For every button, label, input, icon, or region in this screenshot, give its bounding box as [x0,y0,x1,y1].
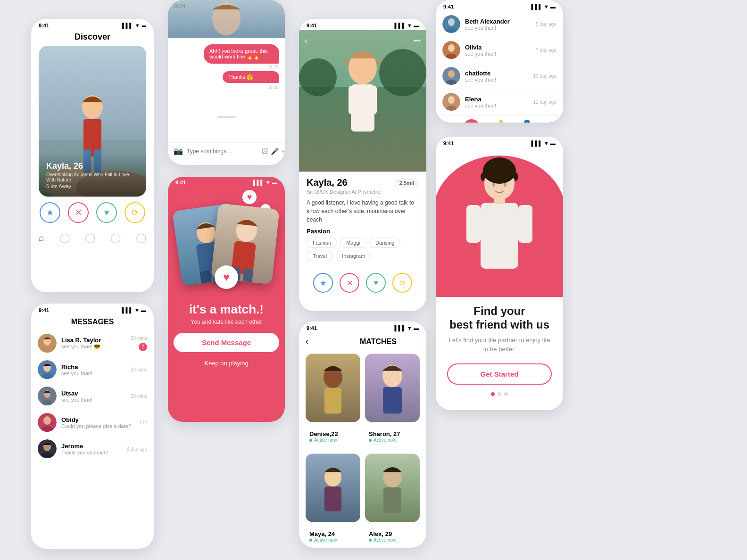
mic-icon[interactable]: 🎤 [271,148,279,155]
profile-detail-photo: ‹ ••• [299,30,426,172]
content-utsav: Utsav see you than! [61,390,126,403]
onboard-person-svg [452,151,547,297]
content-elena: Elena see you than! [465,96,529,108]
time-olivia: 7 day ago [536,48,556,53]
message-item-utsav[interactable]: Utsav see you than! 23 mins [31,383,154,409]
back-button-matches[interactable]: ‹ [306,337,308,346]
avatar-utsav [38,387,57,405]
nav-profile[interactable]: ◯ [110,232,121,243]
time-discover: 9:41 [39,23,49,28]
time-msglist: 9:41 [443,4,454,9]
time-lisa: 23 mins [131,336,147,341]
svg-point-73 [492,183,495,187]
passion-tags: Fashion Maggi Dansing Travel Instagram [307,238,419,261]
back-button-profile[interactable]: ‹ [305,36,307,46]
send-message-button[interactable]: Send Message [174,333,279,352]
avatar-richa [38,360,57,379]
chat-header-photo: 16:24 [168,0,285,38]
msglist-beth[interactable]: Beth Alexander see you than! 5 day ago [436,11,563,37]
status-bar-msglist: 9:41 ▌▌▌ ▼ ▬ [436,0,563,11]
boost-button[interactable]: ⟳ [124,202,145,223]
keep-playing-label[interactable]: Keep on playing [168,360,285,367]
phone-onboarding: 9:41 ▌▌▌ ▼ ▬ [436,137,563,410]
preview-chatlotte: see you than! [465,77,529,82]
status-bar-match: 9:41 ▌▌▌ ▼ ▬ [168,177,285,185]
chat-action-icons: 🖼 🎤 + [261,148,285,155]
match-item-p3[interactable]: Maya, 24 Active now [306,450,360,545]
msglist-elena[interactable]: Elena see you than! 11 day ago [436,89,563,115]
get-started-button[interactable]: Get Started [447,363,552,385]
nav-settings-msglist[interactable]: ⚙ [548,119,556,123]
time-jerome: 3 day ago [126,446,147,452]
onboard-photo-area [436,137,563,297]
time-obidy: 1 hr [139,420,147,425]
profile-info-section: Kayla, 26 2.5mil Sr. UI/UX Designer At P… [299,172,426,269]
profile-overlay: Kayla, 26 Overthinking Aquarius Who Fall… [39,154,146,197]
match-title: it's a match.! [168,302,285,317]
time-onboard: 9:41 [443,140,454,146]
image-icon[interactable]: 🖼 [261,148,268,155]
profile-name: Kayla, 26 [46,161,139,171]
message-item-jerome[interactable]: Jerome Thank you so much! 3 day ago [31,436,154,462]
avatar-beth [442,15,460,33]
match-item-denise[interactable]: Denise,22 Active now [306,350,360,445]
avatar-obidy [38,413,57,432]
like-button[interactable]: ♥ [96,202,117,223]
name-richa: Richa [61,363,126,371]
avatar-lisa [38,334,57,353]
svg-rect-26 [370,86,377,114]
onboard-content: Find your best friend with us Let's find… [436,297,563,404]
name-utsav: Utsav [61,390,126,397]
phone-msglist: 9:41 ▌▌▌ ▼ ▬ Beth Alexander see you than… [436,0,563,123]
match-item-sharon[interactable]: Sharon, 27 Active now [365,350,420,445]
svg-point-74 [504,183,506,187]
avatar-chatlotte [442,67,460,85]
nav-heart-msglist[interactable]: ♥ [463,119,480,123]
profile-photo-svg [299,30,426,172]
tag-instagram: Instagram [336,251,371,261]
nav-chat[interactable]: ◯ [59,232,70,243]
tag-travel: Travel [307,251,333,261]
message-item-obidy[interactable]: Obidy Could you please give a date? 1 hr [31,409,154,436]
onboard-title: Find your best friend with us [447,305,552,332]
name-lisa: Lisa R. Taylor [61,337,126,344]
nav-bell[interactable]: ◯ [85,232,95,243]
dislike-button[interactable]: ✕ [68,202,89,223]
add-icon[interactable]: + [282,148,285,155]
nav-person-msglist[interactable]: 👤 [521,119,533,123]
profile-star-button[interactable]: ★ [313,273,333,293]
denise-photo [306,350,360,426]
msglist-olivia[interactable]: Olivia see you than! 7 day ago [436,37,563,63]
msglist-chatlotte[interactable]: chatlotte see you than! 10 day ago [436,63,563,89]
profile-distance: 6 km Away [46,183,139,189]
time-chatlotte: 10 day ago [533,74,557,79]
phone-profile: 9:41 ▌▌▌ ▼ ▬ [299,19,426,311]
profile-dislike-button[interactable]: ✕ [340,273,359,293]
chat-input[interactable] [187,148,257,155]
message-item-richa[interactable]: Richa see you than! 23 mins [31,356,154,383]
camera-icon[interactable]: 📷 [174,147,183,156]
match-item-p4[interactable]: Alex, 29 Active now [365,450,420,545]
star-button[interactable]: ★ [40,202,60,223]
svg-rect-67 [481,203,518,269]
nav-bell-msglist[interactable]: 🔔 [495,119,506,123]
nav-home[interactable]: ⌂ [39,232,44,243]
content-beth: Beth Alexander see you than! [465,18,531,31]
profile-action-buttons: ★ ✕ ♥ ⟳ [299,269,426,295]
matches-header: ‹ MATCHES [299,333,426,350]
svg-rect-69 [518,205,532,243]
nav-home-msglist[interactable]: ⌂ [443,119,448,123]
preview-obidy: Could you please give a date? [61,423,134,429]
profile-like-button[interactable]: ♥ [366,273,386,293]
nav-settings[interactable]: ◯ [136,232,146,243]
onboard-subtitle: Let's find your life partner to enjoy li… [447,336,552,354]
profile-boost-button[interactable]: ⟳ [392,273,412,293]
more-options-profile[interactable]: ••• [414,37,421,44]
phone-matches: 9:41 ▌▌▌ ▼ ▬ ‹ MATCHES Denise,22 Active … [299,321,426,548]
profile-photo-discover[interactable]: Kayla, 26 Overthinking Aquarius Who Fall… [39,46,146,197]
message-item-lisa[interactable]: Lisa R. Taylor see you than! 😎 23 mins 2 [31,330,154,356]
time-beth: 5 day ago [536,22,556,27]
chat-message-1: Ahh! you looks great. this would work fi… [204,44,279,64]
avatar-lisa-svg [38,334,57,353]
matches-grid: Denise,22 Active now Sharon, 27 Active n… [299,350,426,545]
